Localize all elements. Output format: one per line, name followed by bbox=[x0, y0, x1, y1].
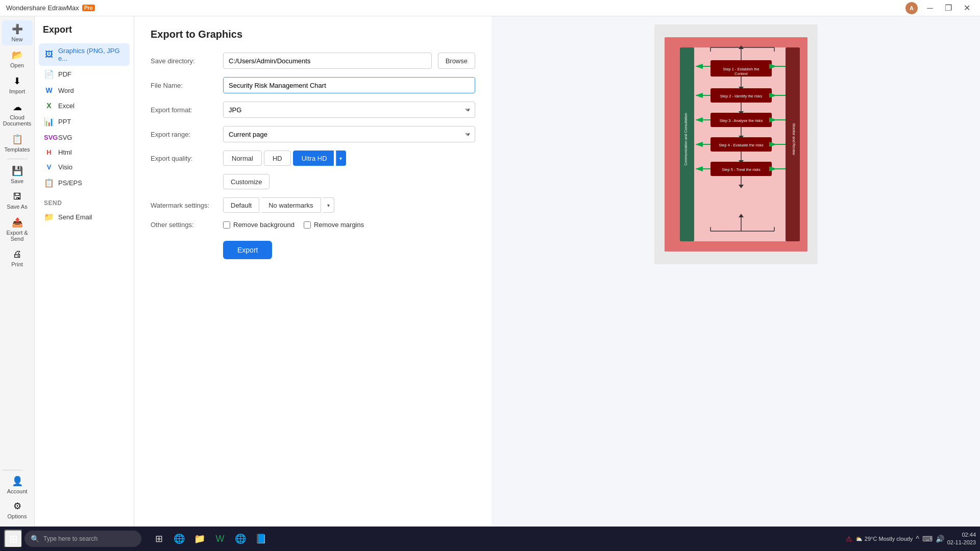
export-format-select[interactable]: JPG PNG BMP GIF TIFF SVG bbox=[223, 102, 475, 118]
preview-image: Communication and Consultation Monitor a… bbox=[665, 37, 807, 252]
watermark-value-btn[interactable]: No watermarks bbox=[261, 197, 321, 213]
sidebar-item-export[interactable]: 📤 Export & Send bbox=[2, 214, 33, 245]
format-visio-label: Visio bbox=[58, 163, 72, 171]
watermark-arrow-btn[interactable]: ▾ bbox=[323, 197, 334, 213]
taskbar-explorer-btn[interactable]: 📁 bbox=[190, 530, 209, 548]
taskbar-chrome-btn[interactable]: 🌐 bbox=[231, 530, 250, 548]
send-email-item[interactable]: 📁 Send Email bbox=[39, 209, 130, 226]
quality-ultrahd-btn[interactable]: Ultra HD bbox=[293, 151, 334, 166]
sidebar-item-print[interactable]: 🖨 Print bbox=[2, 246, 33, 270]
quality-hd-btn[interactable]: HD bbox=[264, 151, 291, 166]
save-directory-input[interactable] bbox=[223, 53, 432, 69]
format-excel-label: Excel bbox=[58, 102, 75, 110]
ppt-icon: 📊 bbox=[44, 117, 54, 127]
save-icon: 💾 bbox=[12, 165, 23, 177]
taskbar-ie-btn[interactable]: 🌐 bbox=[170, 530, 188, 548]
sidebar-item-import[interactable]: ⬇ Import bbox=[2, 72, 33, 97]
sidebar-item-new[interactable]: ➕ New bbox=[2, 20, 33, 45]
sidebar-item-cloud-label: Cloud Documents bbox=[3, 114, 32, 127]
pdf-icon: 📄 bbox=[44, 69, 54, 79]
restore-button[interactable]: ❐ bbox=[941, 1, 955, 15]
file-name-input[interactable] bbox=[223, 77, 475, 93]
format-item-graphics[interactable]: 🖼 Graphics (PNG, JPG e... bbox=[39, 43, 130, 66]
other-settings-row: Other settings: Remove background Remove… bbox=[151, 221, 475, 229]
titlebar-title: Wondershare EdrawMax Pro bbox=[6, 4, 95, 12]
quality-normal-btn[interactable]: Normal bbox=[223, 151, 262, 166]
taskbar-arrow-icon[interactable]: ^ bbox=[916, 535, 919, 543]
sidebar-item-open-label: Open bbox=[10, 62, 24, 68]
new-icon: ➕ bbox=[12, 23, 23, 35]
taskbar: ⊞ 🔍 ⊞ 🌐 📁 W 🌐 📘 ⚠ ⛅ 29°C Mostly cloudy ^… bbox=[0, 527, 980, 551]
taskbar-search-icon: 🔍 bbox=[31, 535, 39, 543]
format-item-excel[interactable]: X Excel bbox=[39, 98, 130, 113]
taskbar-volume-icon[interactable]: 🔊 bbox=[936, 535, 944, 543]
content-area: Export to Graphics Save directory: Brows… bbox=[134, 16, 980, 527]
format-item-svg[interactable]: SVG SVG bbox=[39, 130, 130, 145]
export-button[interactable]: Export bbox=[223, 241, 272, 259]
taskbar-search[interactable]: 🔍 bbox=[24, 531, 141, 547]
taskbar-warning-icon: ⚠ bbox=[846, 535, 852, 543]
quality-ultrahd-arrow[interactable]: ▾ bbox=[336, 151, 346, 166]
sidebar-item-open[interactable]: 📂 Open bbox=[2, 46, 33, 71]
sidebar-item-saveas-label: Save As bbox=[7, 204, 27, 210]
export-quality-label: Export quality: bbox=[151, 155, 217, 162]
pro-badge: Pro bbox=[82, 5, 95, 11]
export-format-label: Export format: bbox=[151, 106, 217, 114]
remove-background-checkbox[interactable] bbox=[223, 221, 230, 229]
graphics-icon: 🖼 bbox=[44, 50, 54, 59]
remove-margins-checkbox[interactable] bbox=[304, 221, 311, 229]
close-button[interactable]: ✕ bbox=[960, 1, 974, 15]
format-pdf-label: PDF bbox=[58, 70, 71, 78]
svg-text:Context: Context bbox=[734, 71, 748, 76]
export-panel: Export to Graphics Save directory: Brows… bbox=[134, 16, 492, 527]
saveas-icon: 🖫 bbox=[13, 191, 22, 202]
sidebar-item-saveas[interactable]: 🖫 Save As bbox=[2, 188, 33, 213]
export-range-label: Export range: bbox=[151, 131, 217, 138]
sidebar-item-account-label: Account bbox=[7, 488, 28, 494]
taskbar-clock[interactable]: 02:44 02-11-2023 bbox=[947, 531, 976, 547]
avatar-button[interactable]: A bbox=[904, 1, 919, 15]
taskbar-widgets-btn[interactable]: ⊞ bbox=[150, 530, 168, 548]
file-name-row: File Name: bbox=[151, 77, 475, 93]
taskbar-date: 02-11-2023 bbox=[947, 539, 976, 546]
customize-button[interactable]: Customize bbox=[223, 174, 270, 189]
taskbar-search-input[interactable] bbox=[43, 535, 135, 542]
pseps-icon: 📋 bbox=[44, 178, 54, 188]
sidebar-item-account[interactable]: 👤 Account bbox=[2, 472, 33, 497]
browse-button[interactable]: Browse bbox=[438, 53, 475, 69]
taskbar-app1-btn[interactable]: 📘 bbox=[252, 530, 270, 548]
remove-background-text: Remove background bbox=[233, 221, 295, 229]
remove-margins-label[interactable]: Remove margins bbox=[304, 221, 364, 229]
icon-sidebar: ➕ New 📂 Open ⬇ Import ☁ Cloud Documents … bbox=[0, 16, 35, 527]
watermark-default-btn[interactable]: Default bbox=[223, 197, 259, 213]
export-range-row: Export range: Current page All pages Sel… bbox=[151, 126, 475, 142]
export-range-select[interactable]: Current page All pages Selected pages bbox=[223, 126, 475, 142]
sidebar-item-options[interactable]: ⚙ Options bbox=[2, 497, 33, 522]
sidebar-item-cloud[interactable]: ☁ Cloud Documents bbox=[2, 98, 33, 130]
format-item-html[interactable]: H Html bbox=[39, 145, 130, 160]
sidebar-item-templates[interactable]: 📋 Templates bbox=[2, 131, 33, 156]
format-item-pdf[interactable]: 📄 PDF bbox=[39, 66, 130, 83]
format-graphics-label: Graphics (PNG, JPG e... bbox=[58, 47, 125, 62]
save-directory-row: Save directory: Browse bbox=[151, 53, 475, 69]
sidebar-item-save[interactable]: 💾 Save bbox=[2, 162, 33, 187]
format-item-ppt[interactable]: 📊 PPT bbox=[39, 113, 130, 130]
remove-background-label[interactable]: Remove background bbox=[223, 221, 295, 229]
word-icon: W bbox=[44, 86, 54, 94]
format-item-pseps[interactable]: 📋 PS/EPS bbox=[39, 174, 130, 191]
print-icon: 🖨 bbox=[13, 249, 22, 260]
save-directory-label: Save directory: bbox=[151, 57, 217, 65]
start-button[interactable]: ⊞ bbox=[4, 530, 22, 548]
format-item-word[interactable]: W Word bbox=[39, 83, 130, 98]
send-section-header: Send bbox=[39, 195, 130, 209]
main-content: Export to Graphics Save directory: Brows… bbox=[134, 16, 980, 527]
minimize-button[interactable]: ─ bbox=[923, 1, 937, 15]
other-settings-label: Other settings: bbox=[151, 221, 217, 229]
format-item-visio[interactable]: V Visio bbox=[39, 160, 130, 174]
taskbar-word-btn[interactable]: W bbox=[211, 530, 229, 548]
svg-text:Step 5 - Treat the risks: Step 5 - Treat the risks bbox=[722, 167, 761, 172]
svg-text:Step 3 - Analyse the risks: Step 3 - Analyse the risks bbox=[719, 118, 763, 123]
titlebar-right-icons: A ─ ❐ ✕ bbox=[904, 1, 974, 15]
sidebar-item-export-label: Export & Send bbox=[4, 230, 31, 242]
weather-text: 29°C Mostly cloudy bbox=[865, 536, 913, 542]
